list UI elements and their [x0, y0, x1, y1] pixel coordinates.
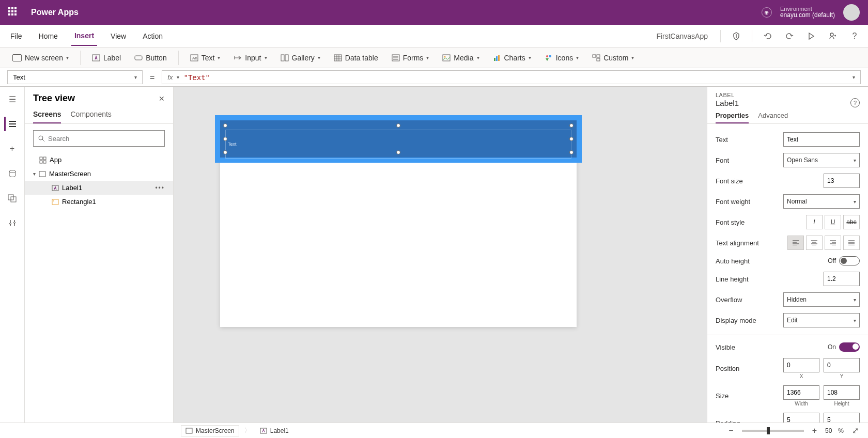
resize-handle[interactable]	[396, 150, 400, 154]
prop-fontsize-input[interactable]	[824, 174, 860, 188]
rail-tree-view-icon[interactable]	[4, 117, 19, 131]
size-w-input[interactable]	[783, 385, 819, 400]
tab-components[interactable]: Components	[70, 110, 111, 123]
canvas-rectangle[interactable]: Text	[215, 115, 582, 163]
prop-lineheight-input[interactable]	[824, 272, 860, 286]
resize-handle[interactable]	[396, 123, 400, 128]
share-icon[interactable]	[827, 30, 839, 42]
custom-dropdown[interactable]: < 8" width="6" height="5" fill="none" st…	[587, 51, 639, 65]
pos-y-input[interactable]	[824, 358, 860, 372]
rail-insert-icon[interactable]: +	[5, 142, 20, 156]
prop-autoheight-label: Auto height	[716, 257, 824, 265]
pad-top-input[interactable]	[783, 413, 819, 423]
redo-icon[interactable]	[783, 30, 796, 42]
icons-dropdown[interactable]: Icons ▾	[539, 51, 584, 65]
rail-media-icon[interactable]	[5, 191, 20, 206]
prop-fontweight-select[interactable]: Normal▾	[783, 194, 860, 209]
chevron-down-icon: ▾	[265, 55, 267, 60]
input-dropdown[interactable]: Input ▾	[228, 51, 272, 65]
resize-handle[interactable]	[569, 150, 574, 154]
data-table-button[interactable]: Data table	[329, 51, 383, 65]
pad-bottom-input[interactable]	[824, 413, 860, 423]
text-icon: Ab	[190, 54, 198, 61]
formula-text[interactable]: "Text"	[183, 73, 210, 82]
align-justify-button[interactable]	[843, 236, 860, 250]
resize-handle[interactable]	[223, 123, 227, 128]
canvas-app-name[interactable]: FirstCanvasApp	[656, 32, 708, 40]
size-h-input[interactable]	[824, 385, 860, 400]
charts-icon	[493, 54, 501, 61]
search-input[interactable]	[48, 135, 160, 143]
breadcrumb-screen[interactable]: MasterScreen	[181, 425, 239, 436]
prop-fontstyle-label: Font style	[716, 218, 802, 226]
environment-icon[interactable]: ⊕	[762, 7, 772, 18]
menu-action[interactable]: Action	[140, 27, 166, 45]
prop-font-select[interactable]: Open Sans▾	[783, 153, 860, 167]
canvas-area[interactable]: Text	[174, 87, 707, 423]
gallery-dropdown[interactable]: Gallery ▾	[275, 51, 326, 65]
tree-item-screen[interactable]: ▾ MasterScreen	[25, 167, 173, 181]
text-dropdown[interactable]: Ab Text ▾	[185, 51, 226, 65]
property-selector[interactable]: Text ▾	[7, 70, 143, 84]
svg-rect-29	[39, 171, 45, 177]
tree-item-rectangle[interactable]: Rectangle1	[25, 195, 173, 209]
more-icon[interactable]: •••	[155, 184, 165, 192]
menu-file[interactable]: File	[7, 27, 25, 45]
chevron-down-icon[interactable]: ▾	[177, 74, 179, 80]
app-checker-icon[interactable]	[730, 30, 742, 42]
resize-handle[interactable]	[223, 150, 227, 154]
autoheight-toggle[interactable]	[839, 256, 860, 265]
expand-formula-icon[interactable]: ▾	[853, 74, 855, 80]
prop-overflow-select[interactable]: Hidden▾	[783, 292, 860, 307]
forms-dropdown[interactable]: Forms ▾	[386, 51, 435, 65]
underline-button[interactable]: U	[825, 215, 841, 229]
resize-handle[interactable]	[223, 137, 227, 141]
label-button[interactable]: Label	[87, 51, 126, 65]
rail-hamburger-icon[interactable]: ☰	[5, 92, 20, 106]
tree-search[interactable]	[33, 130, 165, 147]
chevron-down-icon[interactable]: ▾	[33, 171, 36, 177]
button-button[interactable]: Button	[129, 51, 172, 65]
rail-tools-icon[interactable]	[5, 216, 20, 230]
tab-properties[interactable]: Properties	[716, 112, 749, 123]
resize-handle[interactable]	[569, 123, 574, 128]
rail-data-icon[interactable]	[5, 166, 20, 181]
close-icon[interactable]: ✕	[159, 95, 165, 103]
strikethrough-button[interactable]: abc	[843, 215, 860, 229]
menu-view[interactable]: View	[107, 27, 129, 45]
charts-dropdown[interactable]: Charts ▾	[488, 51, 536, 65]
align-right-button[interactable]	[825, 236, 841, 250]
user-avatar[interactable]	[843, 4, 860, 21]
formula-input[interactable]: fx ▾ "Text" ▾	[162, 70, 861, 84]
menu-home[interactable]: Home	[36, 27, 61, 45]
visible-toggle[interactable]	[839, 342, 860, 352]
align-center-button[interactable]	[806, 236, 823, 250]
play-icon[interactable]	[805, 30, 817, 42]
breadcrumb-element[interactable]: Label1	[256, 426, 293, 436]
environment-picker[interactable]: Environment enayu.com (default)	[780, 6, 835, 19]
resize-handle[interactable]	[569, 137, 574, 141]
prop-font-label: Font	[716, 157, 779, 164]
tab-screens[interactable]: Screens	[33, 110, 61, 123]
tree-item-label[interactable]: Label1 •••	[25, 181, 173, 195]
new-screen-button[interactable]: New screen ▾	[7, 51, 74, 65]
fx-icon[interactable]: fx	[167, 73, 173, 81]
help-icon[interactable]: ?	[848, 30, 861, 42]
align-left-button[interactable]	[787, 236, 804, 250]
prop-displaymode-select[interactable]: Edit▾	[783, 313, 860, 327]
zoom-in-button[interactable]: +	[810, 426, 819, 435]
media-dropdown[interactable]: Media ▾	[437, 51, 484, 65]
zoom-out-button[interactable]: −	[726, 426, 735, 435]
italic-button[interactable]: I	[806, 215, 823, 229]
app-launcher-icon[interactable]	[8, 7, 19, 18]
fit-to-window-icon[interactable]: ⤢	[850, 426, 861, 435]
pos-x-input[interactable]	[783, 358, 819, 372]
zoom-slider[interactable]	[742, 430, 804, 432]
prop-text-input[interactable]	[783, 132, 860, 147]
artboard[interactable]: Text	[220, 118, 577, 327]
undo-icon[interactable]	[762, 30, 774, 42]
tree-item-app[interactable]: App	[25, 153, 173, 167]
tab-advanced[interactable]: Advanced	[758, 112, 788, 123]
info-icon[interactable]: ?	[850, 98, 860, 107]
menu-insert[interactable]: Insert	[71, 26, 97, 46]
